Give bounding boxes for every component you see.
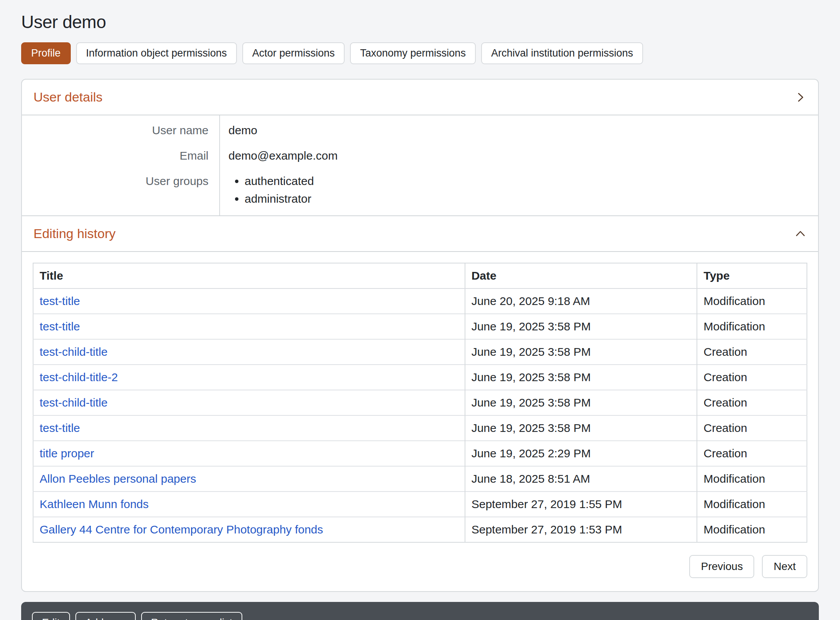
next-button[interactable]: Next (762, 555, 807, 578)
editing-history-heading: Editing history (33, 226, 116, 241)
tab-actor-permissions[interactable]: Actor permissions (242, 42, 345, 64)
user-profile-card: User details User namedemoEmaildemo@exam… (21, 79, 819, 592)
date-cell: September 27, 2019 1:55 PM (465, 492, 697, 517)
field-value-email: demo@example.com (220, 143, 818, 168)
type-cell: Modification (697, 492, 807, 517)
type-cell: Modification (697, 314, 807, 339)
record-link[interactable]: Kathleen Munn fonds (40, 498, 149, 510)
record-link[interactable]: title proper (40, 447, 94, 460)
title-cell: Kathleen Munn fonds (33, 492, 465, 517)
user-details-header[interactable]: User details (22, 80, 818, 115)
pagination: Previous Next (33, 555, 807, 578)
table-header-row: TitleDateType (33, 263, 807, 288)
title-cell: Allon Peebles personal papers (33, 466, 465, 492)
title-cell: Gallery 44 Centre for Contemporary Photo… (33, 517, 465, 542)
date-cell: June 20, 2025 9:18 AM (465, 288, 697, 314)
tab-archival-institution-permissions[interactable]: Archival institution permissions (481, 42, 643, 64)
type-cell: Creation (697, 390, 807, 415)
field-label-user-name: User name (22, 115, 220, 143)
date-cell: June 19, 2025 2:29 PM (465, 441, 697, 466)
date-cell: September 27, 2019 1:53 PM (465, 517, 697, 542)
tab-information-object-permissions[interactable]: Information object permissions (76, 42, 237, 64)
user-group-item: administrator (245, 192, 818, 205)
type-cell: Creation (697, 365, 807, 390)
table-row: test-titleJune 20, 2025 9:18 AMModificat… (33, 288, 807, 314)
type-cell: Modification (697, 466, 807, 492)
add-new-button[interactable]: Add new (75, 612, 136, 620)
user-details-body: User namedemoEmaildemo@example.comUser g… (22, 115, 818, 215)
edit-button[interactable]: Edit (32, 612, 70, 620)
record-link[interactable]: test-title (40, 422, 80, 434)
title-cell: test-title (33, 314, 465, 339)
return-to-user-list-button[interactable]: Return to user list (141, 612, 243, 620)
record-link[interactable]: test-title (40, 295, 80, 307)
type-cell: Creation (697, 415, 807, 441)
table-row: title properJune 19, 2025 2:29 PMCreatio… (33, 441, 807, 466)
date-cell: June 18, 2025 8:51 AM (465, 466, 697, 492)
tab-bar: ProfileInformation object permissionsAct… (21, 42, 819, 64)
title-cell: test-child-title (33, 339, 465, 365)
field-value-user-groups: authenticatedadministrator (220, 168, 818, 215)
column-header-title: Title (33, 263, 465, 288)
editing-history-body: TitleDateType test-titleJune 20, 2025 9:… (22, 251, 818, 591)
chevron-right-icon[interactable] (794, 91, 807, 103)
column-header-date: Date (465, 263, 697, 288)
table-row: test-child-titleJune 19, 2025 3:58 PMCre… (33, 390, 807, 415)
title-cell: test-title (33, 288, 465, 314)
table-row: test-child-titleJune 19, 2025 3:58 PMCre… (33, 339, 807, 365)
title-cell: test-title (33, 415, 465, 441)
field-label-email: Email (22, 143, 220, 168)
field-value-user-name: demo (220, 115, 818, 143)
record-link[interactable]: test-child-title (40, 345, 108, 358)
table-row: test-titleJune 19, 2025 3:58 PMModificat… (33, 314, 807, 339)
type-cell: Creation (697, 339, 807, 365)
record-link[interactable]: test-child-title (40, 396, 108, 409)
tab-profile[interactable]: Profile (21, 42, 71, 64)
user-group-item: authenticated (245, 175, 818, 188)
editing-history-table: TitleDateType test-titleJune 20, 2025 9:… (33, 263, 807, 543)
title-cell: test-child-title-2 (33, 365, 465, 390)
previous-button[interactable]: Previous (689, 555, 754, 578)
action-bar: Edit Add new Return to user list (21, 602, 819, 620)
editing-history-header[interactable]: Editing history (22, 215, 818, 251)
type-cell: Modification (697, 288, 807, 314)
table-row: test-titleJune 19, 2025 3:58 PMCreation (33, 415, 807, 441)
user-groups-list: authenticatedadministrator (245, 175, 818, 205)
tab-taxonomy-permissions[interactable]: Taxonomy permissions (350, 42, 476, 64)
type-cell: Modification (697, 517, 807, 542)
date-cell: June 19, 2025 3:58 PM (465, 415, 697, 441)
user-profile-page: User demo ProfileInformation object perm… (0, 0, 840, 620)
table-row: test-child-title-2June 19, 2025 3:58 PMC… (33, 365, 807, 390)
record-link[interactable]: test-title (40, 320, 80, 333)
chevron-up-icon[interactable] (794, 228, 807, 240)
record-link[interactable]: Allon Peebles personal papers (40, 472, 196, 485)
date-cell: June 19, 2025 3:58 PM (465, 339, 697, 365)
record-link[interactable]: test-child-title-2 (40, 371, 118, 383)
table-row: Kathleen Munn fondsSeptember 27, 2019 1:… (33, 492, 807, 517)
page-title: User demo (21, 12, 819, 32)
user-details-heading: User details (33, 90, 103, 105)
title-cell: test-child-title (33, 390, 465, 415)
record-link[interactable]: Gallery 44 Centre for Contemporary Photo… (40, 523, 323, 536)
type-cell: Creation (697, 441, 807, 466)
date-cell: June 19, 2025 3:58 PM (465, 365, 697, 390)
column-header-type: Type (697, 263, 807, 288)
table-row: Allon Peebles personal papersJune 18, 20… (33, 466, 807, 492)
date-cell: June 19, 2025 3:58 PM (465, 314, 697, 339)
title-cell: title proper (33, 441, 465, 466)
date-cell: June 19, 2025 3:58 PM (465, 390, 697, 415)
table-row: Gallery 44 Centre for Contemporary Photo… (33, 517, 807, 542)
field-label-user-groups: User groups (22, 168, 220, 215)
